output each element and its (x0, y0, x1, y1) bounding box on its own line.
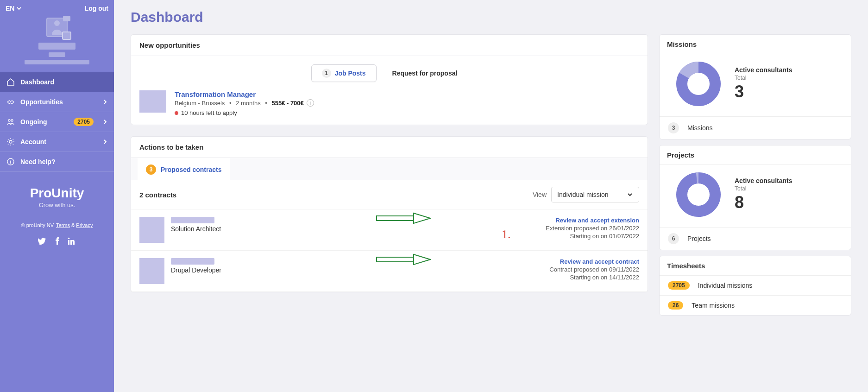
sidebar-item-ongoing[interactable]: Ongoing 2705 (0, 112, 114, 132)
info-icon: i (6, 158, 15, 166)
info-icon[interactable]: i (307, 99, 314, 107)
sidebar-item-label: Ongoing (20, 118, 47, 126)
stat-label: Active consultants (735, 66, 792, 74)
timesheets-team-row[interactable]: 26 Team missions (660, 295, 851, 315)
view-label: View (533, 191, 547, 198)
chevron-down-icon (16, 6, 22, 11)
contract-row: Drupal Developer Review and accept contr… (131, 251, 648, 292)
contracts-count-title: 2 contracts (139, 191, 176, 199)
timesheets-individual-row[interactable]: 2705 Individual missions (660, 275, 851, 295)
linkedin-icon[interactable] (68, 237, 76, 246)
main-content: Dashboard New opportunities 1 Job Posts … (114, 0, 868, 325)
consultant-name-skeleton (171, 258, 214, 265)
language-label: EN (6, 5, 14, 12)
sidebar: EN Log out Dashboard Opportunities Ongoi… (0, 0, 114, 325)
opportunity-meta: Belgium - Brussels • 2 months • 555€ - 7… (175, 99, 639, 107)
profile-block (0, 17, 114, 72)
contract-proposed-date: Contract proposed on 09/11/2022 (549, 266, 639, 273)
facebook-icon[interactable] (53, 237, 61, 246)
contract-start-date: Starting on on 14/11/2022 (570, 274, 639, 281)
tab-proposed-contracts[interactable]: 3 Proposed contracts (138, 158, 230, 180)
actions-card: Actions to be taken 3 Proposed contracts… (131, 136, 648, 292)
sidebar-item-account[interactable]: Account (0, 132, 114, 152)
projects-card: Projects Active consultants Total 8 6 (659, 145, 851, 250)
contract-proposed-date: Extension proposed on 26/01/2022 (546, 225, 639, 232)
individual-missions-label: Individual missions (698, 282, 753, 289)
tab-rfp[interactable]: Request for proposal (382, 64, 468, 82)
actions-header: Actions to be taken (131, 137, 648, 158)
tab-label: Job Posts (335, 70, 366, 77)
opportunity-deadline: 10 hours left to apply (175, 109, 639, 116)
opportunities-header: New opportunities (131, 35, 648, 56)
opportunities-tabs: 1 Job Posts Request for proposal (131, 56, 648, 90)
review-contract-link[interactable]: Review and accept contract (560, 258, 639, 265)
gear-icon (6, 138, 15, 146)
contract-thumbnail (139, 217, 164, 243)
view-value: Individual mission (557, 191, 609, 198)
svg-point-0 (8, 120, 10, 121)
timesheets-title: Timesheets (660, 256, 851, 275)
review-extension-link[interactable]: Review and accept extension (555, 217, 639, 224)
avatar-placeholder (46, 18, 68, 37)
sidebar-item-label: Dashboard (20, 78, 54, 86)
people-icon (6, 118, 15, 126)
projects-donut-chart (675, 171, 722, 218)
chevron-right-icon (103, 139, 107, 144)
missions-sublabel: Missions (687, 124, 712, 132)
sidebar-item-help[interactable]: i Need help? (0, 152, 114, 172)
opportunity-title: Transformation Manager (175, 90, 639, 98)
home-icon (6, 78, 15, 86)
privacy-link[interactable]: Privacy (76, 222, 93, 228)
urgent-dot-icon (175, 111, 178, 115)
svg-text:i: i (10, 159, 12, 164)
contract-thumbnail (139, 258, 164, 284)
job-posts-count: 1 (322, 69, 331, 78)
team-missions-label: Team missions (692, 302, 735, 309)
sidebar-nav: Dashboard Opportunities Ongoing 2705 Acc… (0, 72, 114, 172)
stat-number: 8 (735, 193, 792, 212)
chevron-right-icon (103, 100, 107, 104)
projects-subrow[interactable]: 6 Projects (660, 227, 851, 250)
missions-count-badge: 3 (668, 122, 679, 133)
opportunities-card: New opportunities 1 Job Posts Request fo… (131, 34, 648, 125)
company-thumbnail (139, 90, 166, 113)
terms-link[interactable]: Terms (56, 222, 70, 228)
sidebar-item-label: Account (20, 138, 46, 145)
projects-title: Projects (660, 145, 851, 164)
page-title: Dashboard (131, 9, 851, 25)
tab-job-posts[interactable]: 1 Job Posts (311, 64, 377, 82)
svg-point-6 (68, 238, 70, 240)
brand-block: ProUnity Grow with us. (0, 186, 114, 209)
brand-name: ProUnity (0, 186, 114, 201)
view-selector[interactable]: Individual mission (551, 187, 639, 202)
individual-missions-badge: 2705 (668, 281, 690, 290)
sidebar-item-dashboard[interactable]: Dashboard (0, 72, 114, 92)
stat-sublabel: Total (735, 75, 792, 81)
stat-sublabel: Total (735, 185, 792, 192)
language-selector[interactable]: EN (6, 5, 22, 12)
missions-card: Missions Active consultants Total 3 3 (659, 34, 851, 139)
opportunity-item[interactable]: Transformation Manager Belgium - Brussel… (131, 90, 648, 125)
tab-label: Request for proposal (392, 70, 458, 77)
svg-rect-5 (68, 240, 69, 245)
profile-skeleton (25, 43, 89, 64)
projects-count-badge: 6 (668, 233, 679, 244)
social-icons (0, 237, 114, 246)
brand-tagline: Grow with us. (0, 202, 114, 209)
logout-link[interactable]: Log out (85, 5, 108, 12)
missions-title: Missions (660, 35, 851, 54)
consultant-name-skeleton (171, 217, 214, 223)
chevron-down-icon (627, 191, 633, 198)
sidebar-item-opportunities[interactable]: Opportunities (0, 92, 114, 112)
legal-text: © proUnity NV, Terms & Privacy (0, 222, 114, 228)
svg-point-1 (11, 120, 13, 121)
tab-label: Proposed contracts (161, 166, 221, 173)
handshake-icon (6, 98, 15, 106)
contract-role: Solution Architect (171, 225, 221, 233)
missions-subrow[interactable]: 3 Missions (660, 116, 851, 139)
svg-point-10 (682, 178, 715, 211)
contract-role: Drupal Developer (171, 266, 221, 274)
twitter-icon[interactable] (38, 237, 46, 246)
sidebar-item-label: Opportunities (20, 98, 63, 106)
chevron-right-icon (103, 120, 107, 124)
